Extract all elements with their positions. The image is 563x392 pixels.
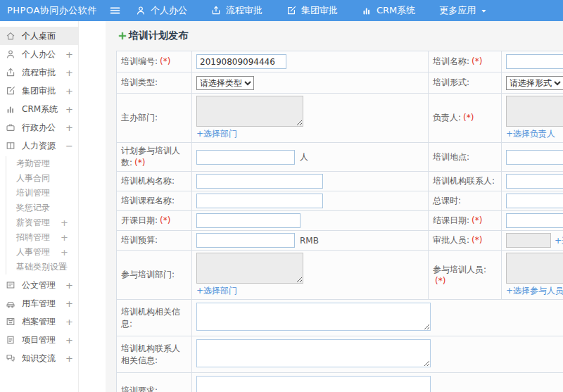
training-name-input[interactable] xyxy=(506,54,563,69)
sidebar-item-personal-office[interactable]: 个人办公 + xyxy=(0,45,78,63)
sidebar-subitem-hr-contract[interactable]: 人事合同 xyxy=(6,171,78,186)
training-form-select[interactable]: 请选择形式 xyxy=(506,76,563,90)
topnav-label: CRM系统 xyxy=(377,4,415,17)
sidebar-item-project-management[interactable]: 项目管理 + xyxy=(0,331,78,349)
leader-textarea[interactable] xyxy=(506,96,563,127)
select-join-people-link[interactable]: +选择参与人员 xyxy=(506,285,563,297)
sidebar-item-label: 项目管理 xyxy=(22,334,56,346)
sidebar-item-official-docs[interactable]: 公文管理 + xyxy=(0,276,78,294)
topnav-personal-office[interactable]: 个人办公 xyxy=(136,4,187,17)
sidebar-subitem-training[interactable]: 培训管理 xyxy=(6,186,78,201)
topnav-workflow-approval[interactable]: 流程审批 xyxy=(211,4,262,17)
required-mark: (*) xyxy=(472,56,482,66)
expand-plus-icon[interactable]: + xyxy=(61,245,68,260)
sidebar-item-personal-desktop[interactable]: 个人桌面 xyxy=(0,27,78,45)
sidebar-subitem-attendance[interactable]: 考勤管理 xyxy=(6,156,78,171)
app-brand: PHPOA协同办公软件 xyxy=(0,4,106,17)
page-title-text: 培训计划发布 xyxy=(129,30,188,42)
expand-plus-icon[interactable]: + xyxy=(65,49,73,60)
approver-input[interactable] xyxy=(506,233,551,248)
sidebar-item-admin-office[interactable]: 行政办公 + xyxy=(0,118,78,137)
chart-icon xyxy=(6,104,15,114)
expand-plus-icon[interactable]: + xyxy=(65,353,73,364)
unit-suffix: 人 xyxy=(300,152,308,162)
org-contact-info-textarea[interactable] xyxy=(196,339,431,367)
sidebar-subitem-base-categories[interactable]: 基础类别设置 + xyxy=(6,260,78,274)
sidebar-subitem-personnel[interactable]: 人事管理 + xyxy=(6,245,78,260)
field-label-budget: 培训预算: xyxy=(117,231,192,251)
end-date-input[interactable] xyxy=(506,213,563,228)
field-label-training-type: 培训类型: xyxy=(117,72,192,94)
total-hours-input[interactable] xyxy=(506,194,563,208)
hr-submenu: 考勤管理 人事合同 培训管理 奖惩记录 薪资管理 + 招聘管理 + xyxy=(0,156,78,274)
expand-plus-icon[interactable]: + xyxy=(65,298,73,309)
field-label-location: 培训地点: xyxy=(429,143,502,172)
budget-input[interactable] xyxy=(196,233,295,248)
expand-plus-icon[interactable]: + xyxy=(65,122,73,133)
car-icon xyxy=(6,298,15,308)
planned-count-input[interactable] xyxy=(196,150,295,165)
expand-plus-icon[interactable]: + xyxy=(65,317,73,327)
training-no-input[interactable] xyxy=(196,54,286,69)
document-icon xyxy=(6,280,15,290)
sidebar-item-workflow-approval[interactable]: 流程审批 + xyxy=(0,63,78,82)
expand-plus-icon[interactable]: + xyxy=(65,335,73,346)
training-type-select[interactable]: 请选择类型 xyxy=(196,76,254,90)
expand-plus-icon[interactable]: + xyxy=(65,68,73,78)
expand-plus-icon[interactable]: + xyxy=(65,104,73,115)
field-label-requirements: 培训要求: xyxy=(117,373,192,392)
expand-plus-icon[interactable]: + xyxy=(65,280,73,291)
sidebar-item-label: 流程审批 xyxy=(22,67,56,79)
field-label-planned-count: 计划参与培训人数:(*) xyxy=(117,143,192,172)
sidebar-subitem-label: 基础类别设置 xyxy=(16,262,67,272)
topnav-crm-system[interactable]: CRM系统 xyxy=(362,4,415,17)
sidebar-item-human-resources[interactable]: 人力资源 − xyxy=(0,137,78,155)
field-label-end-date: 结课日期:(*) xyxy=(429,211,502,231)
org-name-input[interactable] xyxy=(196,174,323,189)
topnav-more-apps[interactable]: 更多应用 xyxy=(439,4,487,17)
sidebar-subitem-label: 招聘管理 xyxy=(16,232,50,242)
expand-plus-icon[interactable]: + xyxy=(61,230,68,245)
sidebar-item-label: 用车管理 xyxy=(22,298,56,310)
requirements-textarea[interactable] xyxy=(196,376,431,392)
sidebar-subitem-rewards[interactable]: 奖惩记录 xyxy=(6,201,78,215)
location-input[interactable] xyxy=(506,150,563,165)
hamburger-menu-icon[interactable] xyxy=(110,6,120,15)
sidebar-subitem-salary[interactable]: 薪资管理 + xyxy=(6,215,78,230)
join-dept-textarea[interactable] xyxy=(196,253,303,284)
select-approver-link[interactable]: +选择审批人员 xyxy=(555,236,563,246)
sidebar-subitem-label: 薪资管理 xyxy=(16,217,50,227)
select-join-dept-link[interactable]: +选择部门 xyxy=(196,285,237,297)
select-leader-link[interactable]: +选择负责人 xyxy=(506,128,555,140)
collapse-minus-icon[interactable]: − xyxy=(65,141,73,151)
topnav-group-approval[interactable]: 集团审批 xyxy=(286,4,338,17)
expand-plus-icon[interactable]: + xyxy=(65,86,73,96)
required-mark: (*) xyxy=(160,215,170,225)
sidebar-item-knowledge-exchange[interactable]: 知识交流 + xyxy=(0,349,78,367)
topnav-label: 更多应用 xyxy=(439,4,476,17)
sidebar-item-archives[interactable]: 档案管理 + xyxy=(0,312,78,331)
field-label-course-name: 培训课程名称: xyxy=(117,191,192,211)
expand-plus-icon[interactable]: + xyxy=(61,215,68,230)
expand-plus-icon[interactable]: + xyxy=(61,260,68,274)
sidebar-item-crm-system[interactable]: CRM系统 + xyxy=(0,100,78,118)
join-people-textarea[interactable] xyxy=(506,253,563,284)
person-icon xyxy=(6,49,15,59)
start-date-input[interactable] xyxy=(196,213,301,228)
host-dept-textarea[interactable] xyxy=(196,96,303,127)
org-info-textarea[interactable] xyxy=(196,303,431,331)
add-icon xyxy=(118,32,127,40)
sidebar-subitem-label: 奖惩记录 xyxy=(16,203,50,213)
sidebar-item-label: 个人桌面 xyxy=(22,30,56,42)
org-contact-input[interactable] xyxy=(506,174,563,189)
sidebar-item-group-approval[interactable]: 集团审批 + xyxy=(0,82,78,100)
currency-suffix: RMB xyxy=(300,236,319,246)
required-mark: (*) xyxy=(472,215,482,225)
select-dept-link[interactable]: +选择部门 xyxy=(196,128,237,140)
course-name-input[interactable] xyxy=(196,194,323,208)
sidebar-item-vehicle-management[interactable]: 用车管理 + xyxy=(0,294,78,312)
topnav-label: 流程审批 xyxy=(226,4,262,17)
sidebar-subitem-recruitment[interactable]: 招聘管理 + xyxy=(6,230,78,245)
field-label-org-contact: 培训机构联系人: xyxy=(429,172,502,191)
briefcase-icon xyxy=(6,122,15,132)
